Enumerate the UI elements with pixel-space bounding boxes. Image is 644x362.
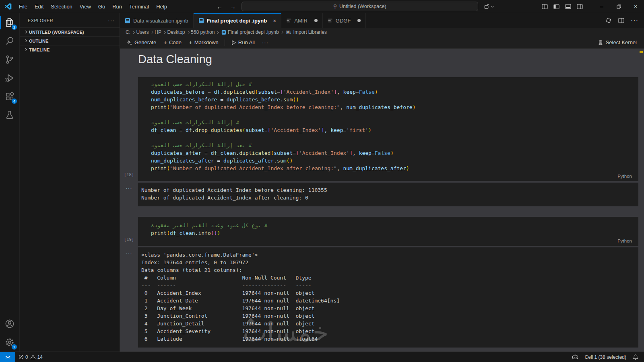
close-window-button[interactable]: ×: [627, 0, 644, 13]
run-all-label: Run All: [238, 39, 255, 45]
minimize-button[interactable]: –: [593, 0, 610, 13]
tab-label: AMIR: [294, 18, 308, 24]
warning-count: 14: [37, 354, 43, 360]
editor-more-actions[interactable]: ···: [631, 17, 638, 24]
menu-terminal[interactable]: Terminal: [126, 2, 153, 11]
notebook-scroll-area[interactable]: Data Cleaning [18] # قبل إزالة التكرارات…: [120, 49, 638, 352]
activitybar-source-control[interactable]: [0, 50, 19, 69]
notebook-icon: [221, 30, 226, 35]
activitybar-settings[interactable]: 1: [0, 333, 19, 352]
menu-selection[interactable]: Selection: [47, 2, 76, 11]
restore-button[interactable]: [610, 0, 627, 13]
sidebar-section-outline[interactable]: OUTLINE: [20, 36, 120, 45]
plus-icon: +: [189, 39, 192, 45]
menu-view[interactable]: View: [76, 2, 95, 11]
menu-edit[interactable]: Edit: [31, 2, 47, 11]
activitybar-accounts[interactable]: [0, 315, 19, 333]
notebook-content: Data Cleaning [18] # قبل إزالة التكرارات…: [120, 49, 644, 352]
split-editor-icon[interactable]: [618, 18, 624, 23]
sidebar-explorer: EXPLORER ··· UNTITLED (WORKSPACE) OUTLIN…: [19, 13, 120, 352]
cell-language-label[interactable]: Python: [151, 238, 632, 244]
cell-output: Number of duplicated Accident_Index befo…: [138, 183, 638, 206]
code-cell-editor[interactable]: # نوع كل عمود وعدد القيم الغير مفقودةpri…: [138, 217, 638, 246]
execution-count: [19]: [124, 237, 134, 242]
output-gutter: ···: [120, 181, 138, 206]
cell-selection-status[interactable]: Cell 1 (38 selected): [585, 354, 626, 360]
problems-status[interactable]: 0 14: [15, 354, 46, 360]
customize-layout-icon[interactable]: [542, 4, 548, 9]
select-kernel-button[interactable]: Select Kernel: [598, 39, 640, 45]
output-gutter: ···: [120, 246, 138, 348]
dirty-indicator[interactable]: [314, 19, 318, 22]
vscode-logo-icon: [4, 2, 12, 10]
activitybar-explorer[interactable]: 2: [0, 13, 19, 32]
tab-amir[interactable]: AMIR: [281, 13, 323, 28]
activitybar-search[interactable]: [0, 32, 19, 50]
code-cell-editor[interactable]: # قبل إزالة التكرارات حسب العمودduplicat…: [138, 77, 638, 181]
status-bar-right: Cell 1 (38 selected): [572, 354, 644, 360]
title-bar: File Edit Selection View Go Run Terminal…: [0, 0, 644, 13]
toggle-secondary-sidebar-icon[interactable]: [577, 4, 583, 9]
extensions-badge: 4: [11, 98, 17, 104]
explorer-badge: 2: [11, 24, 17, 30]
markdown-cell-row: Data Cleaning: [120, 49, 638, 77]
section-label: OUTLINE: [29, 39, 48, 43]
output-more-actions[interactable]: ···: [126, 185, 132, 191]
account-icon: [5, 319, 14, 329]
sidebar-section-workspace[interactable]: UNTITLED (WORKSPACE): [20, 27, 120, 36]
add-markdown-cell-button[interactable]: + Markdown: [186, 38, 221, 47]
execution-count: [18]: [124, 172, 134, 177]
breadcrumb-item-section[interactable]: Import Libraries: [293, 29, 327, 35]
breadcrumb-item[interactable]: Users: [136, 29, 149, 35]
overview-ruler-marker: [640, 51, 643, 53]
menu-go[interactable]: Go: [95, 2, 109, 11]
dirty-indicator[interactable]: [357, 19, 361, 22]
code-lines[interactable]: # قبل إزالة التكرارات حسب العمودduplicat…: [151, 80, 632, 172]
generate-button[interactable]: Generate: [124, 38, 159, 47]
remote-indicator[interactable]: ><: [0, 352, 15, 362]
tab-data-visualization[interactable]: Data visualization.ipynb: [120, 13, 194, 28]
tab-final-project-depi[interactable]: Final project depi .ipynb ×: [194, 13, 282, 28]
notifications-bell-icon[interactable]: [633, 354, 638, 360]
markdown-heading[interactable]: Data Cleaning: [138, 53, 638, 66]
chevron-down-icon: [491, 5, 494, 8]
back-arrow-icon[interactable]: ←: [215, 3, 224, 10]
close-tab-icon[interactable]: ×: [273, 18, 276, 24]
sidebar-section-timeline[interactable]: TIMELINE: [20, 45, 120, 54]
markdown-icon: M↓: [286, 30, 291, 35]
cell-language-label[interactable]: Python: [151, 173, 632, 179]
sidebar-more-actions[interactable]: ···: [108, 17, 115, 24]
menu-run[interactable]: Run: [109, 2, 126, 11]
output-more-actions[interactable]: ···: [126, 250, 132, 256]
sidebar-title-row: EXPLORER ···: [20, 13, 120, 27]
toggle-primary-sidebar-icon[interactable]: [553, 4, 559, 9]
breadcrumb-item[interactable]: Desktop: [167, 29, 185, 35]
copilot-status-icon[interactable]: [572, 354, 578, 360]
command-center-search[interactable]: ⚲ Untitled (Workspace): [242, 2, 478, 11]
toolbar-more-button[interactable]: ···: [259, 38, 271, 47]
breadcrumb-item[interactable]: HP: [155, 29, 161, 35]
notebook-toolbar: Generate + Code + Markdown Run All: [120, 37, 644, 49]
tab-gdgf[interactable]: GDGF: [323, 13, 366, 28]
notebook-settings-gear-icon[interactable]: [605, 17, 612, 24]
menu-help[interactable]: Help: [153, 2, 171, 11]
output-lines: <class 'pandas.core.frame.DataFrame'>Ind…: [141, 251, 632, 343]
forward-arrow-icon[interactable]: →: [228, 3, 237, 10]
add-code-cell-button[interactable]: + Code: [161, 38, 184, 47]
copilot-menu-button[interactable]: [484, 4, 494, 10]
breadcrumb: C: Users HP Desktop 568 python Final pro…: [120, 28, 644, 37]
editor-scrollbar[interactable]: [638, 49, 644, 352]
activitybar-extensions[interactable]: 4: [0, 87, 19, 106]
tab-label: GDGF: [336, 18, 351, 24]
breadcrumb-item[interactable]: C:: [126, 29, 130, 35]
code-lines[interactable]: # نوع كل عمود وعدد القيم الغير مفقودةpri…: [151, 222, 632, 237]
breadcrumb-item[interactable]: 568 python: [191, 29, 215, 35]
code-cell-row-18: [18] # قبل إزالة التكرارات حسب العمودdup…: [120, 77, 638, 181]
activitybar-testing[interactable]: [0, 106, 19, 124]
menu-file[interactable]: File: [15, 2, 31, 11]
run-all-button[interactable]: Run All: [228, 38, 258, 47]
toggle-panel-icon[interactable]: [565, 4, 571, 9]
breadcrumb-item-file[interactable]: Final project depi .ipynb: [228, 29, 279, 35]
cell-gutter: [19]: [120, 217, 138, 246]
activitybar-run-debug[interactable]: [0, 69, 19, 87]
